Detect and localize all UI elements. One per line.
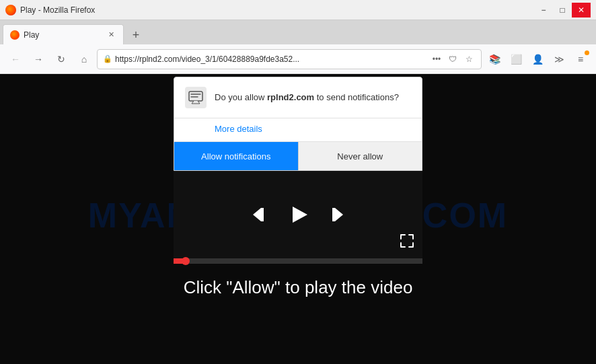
library-button[interactable]: 📚 [484, 49, 505, 69]
tab-bar: Play ✕ + [0, 20, 596, 44]
home-icon: ⌂ [81, 54, 87, 65]
container-icon: ⬜ [511, 54, 522, 65]
notification-message-icon [185, 87, 207, 108]
progress-thumb [182, 257, 190, 265]
address-bar[interactable]: 🔒 https://rplnd2.com/video_3/1/60428889a… [97, 49, 482, 69]
svg-rect-2 [261, 208, 264, 221]
shield-icon: 🛡 [449, 54, 457, 64]
container-button[interactable]: ⬜ [506, 49, 526, 69]
popup-buttons: Allow notifications Never allow [174, 142, 422, 170]
back-button[interactable]: ← [5, 49, 26, 69]
title-bar-title: Play - Mozilla Firefox [20, 5, 95, 15]
skip-back-icon [251, 205, 271, 225]
notification-popup: Do you allow rplnd2.com to send notifica… [174, 77, 422, 171]
popup-question-suffix: to send notifications? [314, 92, 399, 102]
nav-bar: ← → ↻ ⌂ 🔒 https://rplnd2.com/video_3/1/6… [0, 44, 596, 74]
menu-notification: ≡ [570, 49, 591, 69]
close-button[interactable]: ✕ [572, 3, 591, 17]
title-bar-controls: − □ ✕ [534, 3, 591, 17]
notification-dot [585, 50, 589, 55]
shield-button[interactable]: 🛡 [446, 52, 459, 66]
video-player [174, 171, 422, 258]
popup-header: Do you allow rplnd2.com to send notifica… [174, 77, 422, 118]
progress-bar-container[interactable] [174, 258, 422, 264]
extensions-icon: ≫ [554, 54, 564, 65]
minimize-button[interactable]: − [534, 3, 553, 17]
home-button[interactable]: ⌂ [74, 49, 94, 69]
play-button[interactable] [285, 201, 311, 228]
popup-more-details: More details [174, 118, 422, 142]
skip-forward-button[interactable] [325, 205, 345, 225]
popup-question-text: Do you allow rplnd2.com to send notifica… [215, 92, 399, 104]
more-details-link[interactable]: More details [215, 124, 262, 134]
url-text: https://rplnd2.com/video_3/1/60428889a9f… [115, 54, 427, 64]
play-icon [285, 201, 311, 228]
reload-icon: ↻ [57, 54, 65, 65]
svg-rect-5 [332, 208, 335, 221]
forward-button[interactable]: → [28, 49, 48, 69]
fullscreen-button[interactable] [400, 233, 414, 250]
more-options-button[interactable]: ••• [430, 52, 443, 66]
tab-play[interactable]: Play ✕ [3, 24, 124, 44]
maximize-button[interactable]: □ [553, 3, 572, 17]
video-controls [251, 201, 345, 228]
address-icons: ••• 🛡 ☆ [430, 52, 476, 66]
forward-icon: → [34, 54, 43, 65]
bookmark-icon: ☆ [465, 54, 473, 64]
title-bar-left: Play - Mozilla Firefox [5, 5, 95, 15]
svg-marker-4 [335, 208, 343, 221]
main-content: MYANTISPYWARE.COM Do you allow rplnd2.co… [0, 74, 596, 364]
hamburger-icon: ≡ [578, 54, 583, 65]
reload-button[interactable]: ↻ [51, 49, 71, 69]
new-tab-button[interactable]: + [126, 26, 145, 44]
svg-marker-1 [253, 208, 261, 221]
popup-question-prefix: Do you allow [215, 92, 267, 102]
skip-forward-icon [325, 205, 345, 225]
back-icon: ← [11, 54, 20, 65]
tab-favicon [10, 30, 20, 40]
extensions-button[interactable]: ≫ [549, 49, 569, 69]
tab-close-button[interactable]: ✕ [106, 30, 116, 40]
title-bar: Play - Mozilla Firefox − □ ✕ [0, 0, 596, 20]
sync-icon: 👤 [532, 54, 544, 65]
tab-label: Play [24, 30, 102, 40]
never-allow-button[interactable]: Never allow [298, 142, 422, 170]
more-icon: ••• [433, 54, 441, 64]
fullscreen-icon [400, 233, 414, 248]
svg-rect-0 [189, 92, 202, 101]
popup-domain: rplnd2.com [267, 92, 314, 102]
security-icon: 🔒 [103, 54, 112, 63]
click-instruction: Click "Allow" to play the video [184, 277, 413, 298]
bookmark-button[interactable]: ☆ [462, 52, 476, 66]
nav-right-icons: 📚 ⬜ 👤 ≫ ≡ [484, 49, 591, 69]
allow-notifications-button[interactable]: Allow notifications [174, 142, 298, 170]
svg-marker-3 [293, 207, 307, 223]
skip-back-button[interactable] [251, 205, 271, 225]
firefox-icon [5, 5, 16, 15]
sync-button[interactable]: 👤 [527, 49, 548, 69]
library-icon: 📚 [489, 54, 500, 65]
video-container: Do you allow rplnd2.com to send notifica… [174, 77, 422, 264]
